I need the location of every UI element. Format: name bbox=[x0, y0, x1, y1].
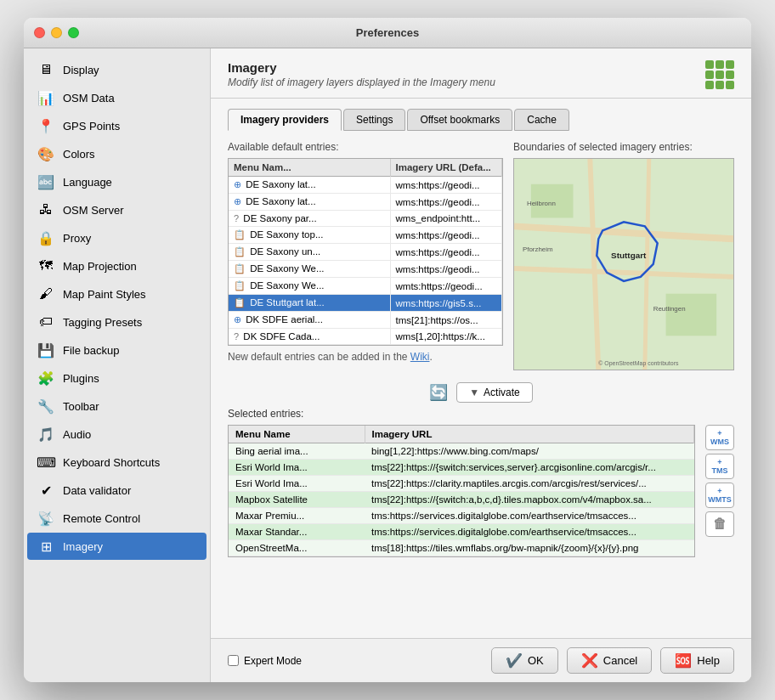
expert-mode-group: Expert Mode bbox=[228, 655, 302, 667]
sidebar-item-osm-data[interactable]: 📊 OSM Data bbox=[27, 84, 206, 111]
wiki-link[interactable]: Wiki bbox=[410, 351, 430, 363]
sel-row-url: tms[22]:https://clarity.maptiles.arcgis.… bbox=[365, 476, 694, 492]
svg-text:Stuttgart: Stuttgart bbox=[611, 251, 647, 260]
row-type-icon: 📋 bbox=[234, 263, 246, 274]
map-col: Boundaries of selected imagery entries: bbox=[513, 141, 734, 370]
ok-button[interactable]: ✔️ OK bbox=[491, 647, 558, 674]
footer: Expert Mode ✔️ OK ❌ Cancel 🆘 Help bbox=[211, 638, 751, 682]
table-row[interactable]: 📋 DE Saxony un... wms:https://geodi... bbox=[229, 244, 502, 261]
data-validator-label: Data validator bbox=[63, 484, 131, 497]
table-row[interactable]: 📋 DE Stuttgart lat... wms:https://gis5.s… bbox=[229, 295, 502, 312]
table-row[interactable]: ⊕ DE Saxony lat... wms:https://geodi... bbox=[229, 194, 502, 211]
sidebar-item-toolbar[interactable]: 🔧 Toolbar bbox=[27, 392, 206, 420]
tab-offset-bookmarks[interactable]: Offset bookmarks bbox=[407, 109, 512, 131]
activate-button[interactable]: ▼ Activate bbox=[456, 382, 533, 403]
row-type-icon: 📋 bbox=[234, 280, 246, 291]
sidebar-item-proxy[interactable]: 🔒 Proxy bbox=[27, 224, 206, 251]
sidebar-item-osm-server[interactable]: 🖧 OSM Server bbox=[27, 196, 206, 223]
add-wmts-button[interactable]: +WMTS bbox=[705, 483, 734, 508]
maximize-button[interactable] bbox=[68, 27, 79, 38]
table-row[interactable]: ⊕ DK SDFE aerial... tms[21]:https://os..… bbox=[229, 312, 502, 329]
window-controls[interactable] bbox=[34, 27, 79, 38]
table-row[interactable]: ? DK SDFE Cada... wms[1,20]:https://k... bbox=[229, 329, 502, 345]
row-col2: wms:https://geodi... bbox=[390, 194, 502, 211]
selected-table-row[interactable]: Mapbox Satellite tms[22]:https://{switch… bbox=[229, 492, 694, 508]
osm-data-label: OSM Data bbox=[63, 92, 115, 104]
help-button[interactable]: 🆘 Help bbox=[660, 647, 734, 674]
sidebar-item-data-validator[interactable]: ✔ Data validator bbox=[27, 477, 206, 504]
plugins-icon: 🧩 bbox=[37, 370, 54, 387]
imagery-grid-icon bbox=[705, 60, 734, 89]
expert-mode-checkbox[interactable] bbox=[228, 655, 239, 666]
sidebar-item-imagery[interactable]: ⊞ Imagery bbox=[27, 533, 206, 560]
sel-row-url: tms[22]:https://{switch:a,b,c,d}.tiles.m… bbox=[365, 492, 694, 508]
expert-mode-label[interactable]: Expert Mode bbox=[244, 655, 302, 667]
delete-button[interactable]: 🗑 bbox=[705, 511, 734, 537]
sidebar-item-plugins[interactable]: 🧩 Plugins bbox=[27, 364, 206, 392]
available-entries-table: Menu Nam... Imagery URL (Defa... ⊕ DE Sa… bbox=[229, 159, 502, 345]
col-header-imagery-url: Imagery URL (Defa... bbox=[390, 159, 502, 177]
osm-data-icon: 📊 bbox=[37, 89, 54, 106]
sidebar-item-remote-control[interactable]: 📡 Remote Control bbox=[27, 505, 206, 532]
sel-row-name: Esri World Ima... bbox=[229, 460, 365, 476]
table-row[interactable]: 📋 DE Saxony top... wms:https://geodi... bbox=[229, 227, 502, 244]
sel-row-url: tms:https://services.digitalglobe.com/ea… bbox=[365, 508, 694, 524]
proxy-icon: 🔒 bbox=[37, 229, 54, 246]
file-backup-icon: 💾 bbox=[37, 342, 54, 358]
sidebar-item-map-paint-styles[interactable]: 🖌 Map Paint Styles bbox=[27, 280, 206, 308]
selected-table-row[interactable]: Bing aerial ima... bing[1,22]:https://ww… bbox=[229, 443, 694, 460]
remote-control-label: Remote Control bbox=[63, 512, 140, 525]
sidebar-item-map-projection[interactable]: 🗺 Map Projection bbox=[27, 252, 206, 279]
sidebar-item-file-backup[interactable]: 💾 File backup bbox=[27, 336, 206, 364]
map-projection-label: Map Projection bbox=[63, 260, 137, 273]
selected-col-menu-name: Menu Name bbox=[229, 426, 365, 443]
ok-label: OK bbox=[528, 654, 544, 667]
add-tms-button[interactable]: +TMS bbox=[705, 454, 734, 479]
sidebar-item-tagging-presets[interactable]: 🏷 Tagging Presets bbox=[27, 308, 206, 336]
sidebar-item-gps-points[interactable]: 📍 GPS Points bbox=[27, 112, 206, 139]
selected-col-imagery-url: Imagery URL bbox=[365, 426, 694, 443]
row-col2: wms:https://gis5.s... bbox=[390, 295, 502, 312]
tagging-presets-label: Tagging Presets bbox=[63, 316, 142, 329]
plugins-label: Plugins bbox=[63, 372, 99, 385]
row-col1: 📋 DE Saxony un... bbox=[229, 244, 390, 261]
table-row[interactable]: 📋 DE Saxony We... wms:https://geodi... bbox=[229, 261, 502, 278]
sidebar-item-display[interactable]: 🖥 Display bbox=[27, 56, 206, 83]
selected-table-row[interactable]: Esri World Ima... tms[22]:https://clarit… bbox=[229, 476, 694, 492]
selected-table-row[interactable]: Maxar Standar... tms:https://services.di… bbox=[229, 524, 694, 540]
minimize-button[interactable] bbox=[51, 27, 62, 38]
tab-settings[interactable]: Settings bbox=[343, 109, 405, 131]
row-col2: wms:https://geodi... bbox=[390, 261, 502, 278]
col-header-menu-name: Menu Nam... bbox=[229, 159, 390, 177]
selected-table-row[interactable]: Maxar Premiu... tms:https://services.dig… bbox=[229, 508, 694, 524]
row-col2: tms[21]:https://os... bbox=[390, 312, 502, 329]
row-type-icon: ? bbox=[234, 331, 239, 342]
sel-row-url: bing[1,22]:https://www.bing.com/maps/ bbox=[365, 443, 694, 460]
table-row[interactable]: 📋 DE Saxony We... wmts:https://geodi... bbox=[229, 278, 502, 295]
sidebar-item-keyboard-shortcuts[interactable]: ⌨ Keyboard Shortcuts bbox=[27, 449, 206, 476]
sidebar-item-colors[interactable]: 🎨 Colors bbox=[27, 140, 206, 167]
map-projection-icon: 🗺 bbox=[37, 257, 54, 274]
row-col2: wms_endpoint:htt... bbox=[390, 211, 502, 227]
sel-row-name: Bing aerial ima... bbox=[229, 443, 365, 460]
add-wms-button[interactable]: +WMS bbox=[705, 425, 734, 450]
window-title: Preferences bbox=[356, 26, 419, 39]
sidebar-item-audio[interactable]: 🎵 Audio bbox=[27, 421, 206, 448]
footer-buttons: ✔️ OK ❌ Cancel 🆘 Help bbox=[491, 647, 734, 674]
cancel-button[interactable]: ❌ Cancel bbox=[567, 647, 652, 674]
map-thumbnail: Stuttgart Heilbronn Pforzheim Reutlingen… bbox=[513, 158, 734, 370]
svg-text:Pforzheim: Pforzheim bbox=[523, 246, 553, 253]
tab-cache[interactable]: Cache bbox=[514, 109, 569, 131]
selected-table-row[interactable]: Esri World Ima... tms[22]:https://{switc… bbox=[229, 460, 694, 476]
main-content: 🖥 Display📊 OSM Data📍 GPS Points🎨 Colors🔤… bbox=[24, 48, 751, 682]
tab-imagery-providers[interactable]: Imagery providers bbox=[228, 109, 342, 131]
sidebar-item-language[interactable]: 🔤 Language bbox=[27, 168, 206, 195]
available-entries-col: Available default entries: Menu Nam... I… bbox=[228, 141, 503, 370]
close-button[interactable] bbox=[34, 27, 45, 38]
svg-rect-6 bbox=[666, 294, 717, 336]
table-row[interactable]: ⊕ DE Saxony lat... wms:https://geodi... bbox=[229, 177, 502, 194]
refresh-icon[interactable]: 🔄 bbox=[429, 383, 448, 402]
table-row[interactable]: ? DE Saxony par... wms_endpoint:htt... bbox=[229, 211, 502, 227]
available-entries-body: ⊕ DE Saxony lat... wms:https://geodi... … bbox=[229, 177, 502, 345]
selected-table-row[interactable]: OpenStreetMa... tms[18]:https://tiles.wm… bbox=[229, 540, 694, 556]
